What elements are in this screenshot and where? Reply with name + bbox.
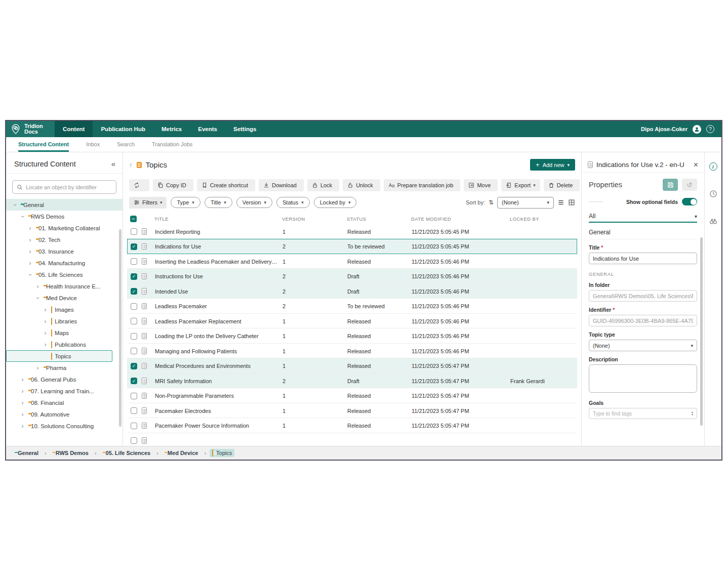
filter-pill[interactable]: Title <box>205 197 232 208</box>
chevron-icon[interactable] <box>27 236 33 243</box>
table-row[interactable] <box>127 433 577 446</box>
row-checkbox[interactable] <box>131 243 137 250</box>
subnav-tab[interactable]: Structured Content <box>18 137 69 152</box>
filter-pill[interactable]: Version <box>236 197 272 208</box>
toolbar-button[interactable]: Unlock <box>343 179 380 191</box>
toolbar-button[interactable]: Lock <box>307 179 339 191</box>
toolbar-button[interactable]: Move <box>464 179 498 191</box>
row-checkbox[interactable] <box>131 273 137 280</box>
tree-item[interactable]: 07. Learning and Train... <box>6 385 112 397</box>
tree-item[interactable]: 06. General Pubs <box>6 374 112 385</box>
preview-binoculars-icon[interactable] <box>708 216 718 226</box>
row-checkbox[interactable] <box>131 258 137 265</box>
top-nav-tab[interactable]: Metrics <box>153 121 190 137</box>
toolbar-button[interactable]: Download <box>259 179 304 191</box>
breadcrumb-item[interactable]: General <box>12 449 41 457</box>
undo-button[interactable] <box>682 179 697 191</box>
select-all-checkbox[interactable] <box>130 216 137 222</box>
tree-item[interactable]: 01. Marketing Collateral <box>6 222 112 234</box>
chevron-icon[interactable] <box>42 341 49 348</box>
tree-item[interactable]: RWS Demos <box>6 211 112 222</box>
row-checkbox[interactable] <box>131 333 137 340</box>
tree-item[interactable]: 04. Manufacturing <box>6 257 112 269</box>
breadcrumb-item[interactable]: RWS Demos <box>50 449 91 457</box>
collapse-sidebar-icon[interactable] <box>111 159 115 168</box>
chevron-icon[interactable] <box>19 423 26 430</box>
tree-item[interactable]: Topics <box>6 350 112 362</box>
tree-item[interactable]: Libraries <box>6 315 112 327</box>
table-row[interactable]: Medical Procedures and Environments 1 Re… <box>127 358 577 374</box>
filter-pill[interactable]: Status <box>276 197 310 208</box>
row-checkbox[interactable] <box>131 423 137 429</box>
chevron-icon[interactable] <box>42 306 49 313</box>
table-row[interactable]: Pacemaker Power Source Information 1 Rel… <box>127 418 577 433</box>
show-optional-fields-toggle[interactable] <box>682 198 697 205</box>
chevron-icon[interactable] <box>42 318 49 325</box>
row-checkbox[interactable] <box>131 303 137 310</box>
search-input[interactable] <box>26 184 112 190</box>
toolbar-button[interactable]: Export ▾ <box>501 179 540 191</box>
chevron-icon[interactable] <box>19 213 26 220</box>
chevron-icon[interactable] <box>42 329 49 337</box>
table-row[interactable]: Leadless Pacemaker Replacement 1 Release… <box>127 314 577 329</box>
fields-filter-select[interactable]: All <box>589 211 697 223</box>
chevron-icon[interactable] <box>12 201 18 209</box>
row-checkbox[interactable] <box>131 228 137 235</box>
subnav-tab[interactable]: Inbox <box>86 137 100 152</box>
topic-type-select[interactable]: (None) <box>589 340 697 351</box>
add-new-button[interactable]: Add new <box>530 159 575 171</box>
user-name[interactable]: Dipo Ajose-Coker <box>641 126 687 132</box>
help-icon[interactable] <box>706 125 714 133</box>
subnav-tab[interactable]: Search <box>117 137 135 152</box>
table-row[interactable]: Managing and Following Patients 1 Releas… <box>127 344 577 359</box>
row-checkbox[interactable] <box>131 407 137 414</box>
row-checkbox[interactable] <box>131 348 137 354</box>
chevron-icon[interactable] <box>34 295 41 302</box>
goals-input[interactable] <box>593 410 692 417</box>
tree-item[interactable]: Maps <box>6 327 112 339</box>
subnav-tab[interactable]: Translation Jobs <box>152 137 192 152</box>
tree-item[interactable]: 02. Tech <box>6 234 112 245</box>
table-row[interactable]: Intended Use 2 Draft 11/21/2023 5:05:46 … <box>127 284 577 299</box>
filter-pill[interactable]: Type <box>171 197 200 208</box>
chevron-icon[interactable] <box>19 376 26 383</box>
top-nav-tab[interactable]: Settings <box>225 121 264 137</box>
info-tab-icon[interactable] <box>708 161 718 172</box>
table-row[interactable]: MRI Safety Information 2 Draft 11/21/202… <box>127 374 577 389</box>
tree-item[interactable]: Publications <box>6 339 112 350</box>
table-row[interactable]: Pacemaker Electrodes 1 Released 11/21/20… <box>127 403 577 419</box>
toolbar-button[interactable]: Create shortcut <box>197 179 255 191</box>
toolbar-button[interactable]: Delete <box>544 179 580 191</box>
chevron-icon[interactable] <box>34 283 41 290</box>
row-checkbox[interactable] <box>131 393 137 399</box>
tree-item[interactable]: 08. Financial <box>6 397 112 408</box>
chevron-icon[interactable] <box>27 260 33 267</box>
filters-button[interactable]: Filters <box>129 197 167 209</box>
tree-item[interactable]: 09. Automotive <box>6 408 112 420</box>
tree-item[interactable]: 03. Insurance <box>6 245 112 257</box>
toolbar-button[interactable] <box>129 179 149 191</box>
table-row[interactable]: Indications for Use 2 To be reviewed 11/… <box>127 239 577 254</box>
stepper-icon[interactable]: ▴▾ <box>692 411 693 416</box>
chevron-icon[interactable] <box>19 399 26 406</box>
sort-select[interactable]: (None) <box>497 197 554 209</box>
chevron-icon[interactable] <box>19 388 26 395</box>
tree-item[interactable]: General <box>6 199 123 211</box>
chevron-icon[interactable] <box>34 364 41 371</box>
title-field[interactable] <box>589 253 697 264</box>
table-row[interactable]: Leadless Pacemaker 2 To be reviewed 11/2… <box>127 299 577 314</box>
row-checkbox[interactable] <box>131 288 137 295</box>
top-nav-tab[interactable]: Events <box>190 121 225 137</box>
breadcrumb-item[interactable]: Topics <box>210 449 234 457</box>
table-row[interactable]: Non-Programmable Parameters 1 Released 1… <box>127 388 577 403</box>
chevron-icon[interactable] <box>27 225 33 232</box>
table-row[interactable]: Incident Reporting 1 Released 11/21/2023… <box>127 224 577 239</box>
row-checkbox[interactable] <box>131 378 137 384</box>
tree-item[interactable]: 10. Solutions Consulting <box>6 420 112 432</box>
list-view-icon[interactable] <box>557 199 564 206</box>
go-up-icon[interactable] <box>129 161 133 169</box>
grid-view-icon[interactable] <box>568 199 575 206</box>
tree-item[interactable]: Health Insurance E... <box>6 280 112 292</box>
close-icon[interactable] <box>694 160 698 170</box>
table-row[interactable]: Instructions for Use 2 Draft 11/21/2023 … <box>127 269 577 284</box>
